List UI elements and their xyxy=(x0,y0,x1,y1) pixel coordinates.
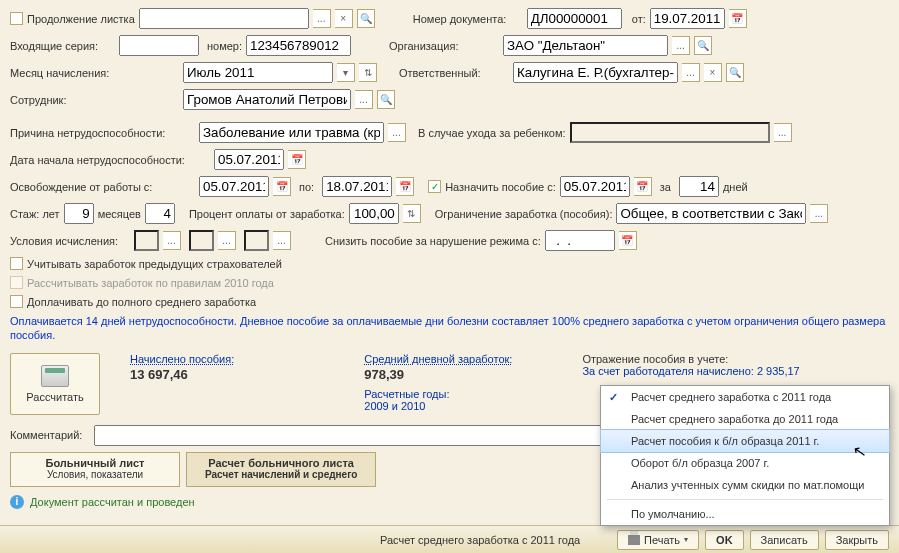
dots-icon[interactable]: ... xyxy=(218,231,236,250)
save-button[interactable]: Записать xyxy=(750,530,819,550)
assign-from-input[interactable] xyxy=(560,176,630,197)
childcare-input xyxy=(570,122,770,143)
org-input[interactable] xyxy=(503,35,668,56)
full-avg-label: Доплачивать до полного среднего заработк… xyxy=(27,296,256,308)
start-label: Дата начала нетрудоспособности: xyxy=(10,154,210,166)
free-from-label: Освобождение от работы с: xyxy=(10,181,195,193)
printer-icon xyxy=(628,535,640,545)
dots-icon[interactable]: ... xyxy=(774,123,792,142)
reflect-value: За счет работодателя начислено: 2 935,17 xyxy=(582,365,799,377)
prev-insurers-label: Учитывать заработок предыдущих страховат… xyxy=(27,258,282,270)
bottom-bar: Расчет среднего заработка с 2011 года Пе… xyxy=(0,525,899,553)
search-icon[interactable]: 🔍 xyxy=(377,90,395,109)
free-to-input[interactable] xyxy=(322,176,392,197)
spin-icon[interactable]: ⇅ xyxy=(403,204,421,223)
dots-icon[interactable]: ... xyxy=(682,63,700,82)
cond-label: Условия исчисления: xyxy=(10,235,130,247)
dots-icon[interactable]: ... xyxy=(163,231,181,250)
search-icon[interactable]: 🔍 xyxy=(694,36,712,55)
print-menu: ✓ Расчет среднего заработка с 2011 года … xyxy=(600,385,890,526)
continuation-checkbox[interactable] xyxy=(10,12,23,25)
full-avg-checkbox[interactable] xyxy=(10,295,23,308)
continuation-input[interactable] xyxy=(139,8,309,29)
calendar-icon[interactable]: 📅 xyxy=(619,231,637,250)
reduce-input[interactable] xyxy=(545,230,615,251)
free-from-input[interactable] xyxy=(199,176,269,197)
years-header: Расчетные годы: xyxy=(364,388,512,400)
in-series-label: Входящие серия: xyxy=(10,40,115,52)
doc-date-input[interactable] xyxy=(650,8,725,29)
clear-icon[interactable]: × xyxy=(335,9,353,28)
calendar-icon[interactable]: 📅 xyxy=(288,150,306,169)
dots-icon[interactable]: ... xyxy=(355,90,373,109)
calendar-icon[interactable]: 📅 xyxy=(634,177,652,196)
resp-input[interactable] xyxy=(513,62,678,83)
accrued-header[interactable]: Начислено пособия: xyxy=(130,353,234,365)
status-text: Документ рассчитан и проведен xyxy=(30,496,195,508)
doc-no-input[interactable] xyxy=(527,8,622,29)
tab-label: Больничный лист xyxy=(29,457,161,469)
exp-years-input[interactable] xyxy=(64,203,94,224)
dropdown-icon[interactable]: ▾ xyxy=(337,63,355,82)
cond-input-3[interactable] xyxy=(244,230,269,251)
accrued-value: 13 697,46 xyxy=(130,367,234,382)
prev-insurers-checkbox[interactable] xyxy=(10,257,23,270)
spin-icon[interactable]: ⇅ xyxy=(359,63,377,82)
start-input[interactable] xyxy=(214,149,284,170)
resp-label: Ответственный: xyxy=(399,67,509,79)
menu-item-default[interactable]: По умолчанию... xyxy=(601,503,889,525)
calendar-icon[interactable]: 📅 xyxy=(729,9,747,28)
assign-checkbox[interactable]: ✓ xyxy=(428,180,441,193)
in-no-label: номер: xyxy=(207,40,242,52)
clear-icon[interactable]: × xyxy=(704,63,722,82)
tab-sick-leave[interactable]: Больничный лист Условия, показатели xyxy=(10,452,180,487)
reason-label: Причина нетрудоспособности: xyxy=(10,127,195,139)
limit-input[interactable] xyxy=(616,203,806,224)
exp-months-input[interactable] xyxy=(145,203,175,224)
calendar-icon[interactable]: 📅 xyxy=(396,177,414,196)
menu-item-turnover-2007[interactable]: Оборот б/л образца 2007 г. xyxy=(601,452,889,474)
calendar-icon[interactable]: 📅 xyxy=(273,177,291,196)
reason-input[interactable] xyxy=(199,122,384,143)
reflect-header: Отражение пособия в учете: xyxy=(582,353,799,365)
exp-months-label: месяцев xyxy=(98,208,141,220)
cond-input-2[interactable] xyxy=(189,230,214,251)
menu-item-analysis[interactable]: Анализ учтенных сумм скидки по мат.помощ… xyxy=(601,474,889,496)
calculate-button-label: Рассчитать xyxy=(26,391,83,403)
days-label: дней xyxy=(723,181,748,193)
emp-label: Сотрудник: xyxy=(10,94,115,106)
menu-separator xyxy=(607,499,883,500)
for-label: за xyxy=(660,181,671,193)
cond-input-1[interactable] xyxy=(134,230,159,251)
print-button[interactable]: Печать ▾ xyxy=(617,530,699,550)
menu-item-avg-before-2011[interactable]: Расчет среднего заработка до 2011 года xyxy=(601,408,889,430)
assign-label: Назначить пособие с: xyxy=(445,181,556,193)
dots-icon[interactable]: ... xyxy=(672,36,690,55)
days-input[interactable] xyxy=(679,176,719,197)
dots-icon[interactable]: ... xyxy=(810,204,828,223)
dots-icon[interactable]: ... xyxy=(388,123,406,142)
org-label: Организация: xyxy=(389,40,499,52)
dots-icon[interactable]: ... xyxy=(313,9,331,28)
search-icon[interactable]: 🔍 xyxy=(357,9,375,28)
pay-pct-input[interactable] xyxy=(349,203,399,224)
reduce-label: Снизить пособие за нарушение режима с: xyxy=(325,235,541,247)
emp-input[interactable] xyxy=(183,89,351,110)
tab-calculation[interactable]: Расчет больничного листа Расчет начислен… xyxy=(186,452,376,487)
pay-pct-label: Процент оплаты от заработка: xyxy=(189,208,345,220)
month-label: Месяц начисления: xyxy=(10,67,115,79)
month-input[interactable] xyxy=(183,62,333,83)
dots-icon[interactable]: ... xyxy=(273,231,291,250)
menu-item-avg-2011[interactable]: ✓ Расчет среднего заработка с 2011 года xyxy=(601,386,889,408)
comment-label: Комментарий: xyxy=(10,429,90,441)
ok-button[interactable]: OK xyxy=(705,530,744,550)
menu-item-benefit-2011[interactable]: Расчет пособия к б/л образца 2011 г. xyxy=(600,429,890,453)
calculate-button[interactable]: Рассчитать xyxy=(10,353,100,415)
close-button[interactable]: Закрыть xyxy=(825,530,889,550)
search-icon[interactable]: 🔍 xyxy=(726,63,744,82)
tab-sublabel: Условия, показатели xyxy=(29,469,161,480)
in-series-input[interactable] xyxy=(119,35,199,56)
avg-header[interactable]: Средний дневной заработок: xyxy=(364,353,512,365)
in-no-input[interactable] xyxy=(246,35,351,56)
calculator-icon xyxy=(41,365,69,387)
